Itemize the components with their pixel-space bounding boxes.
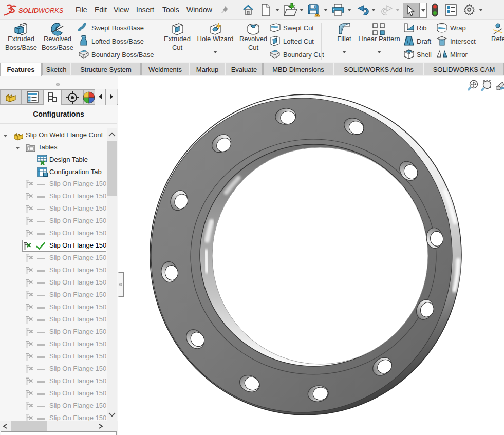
svg-text:SOLID: SOLID xyxy=(18,7,39,14)
svg-text:WORKS: WORKS xyxy=(39,7,64,14)
